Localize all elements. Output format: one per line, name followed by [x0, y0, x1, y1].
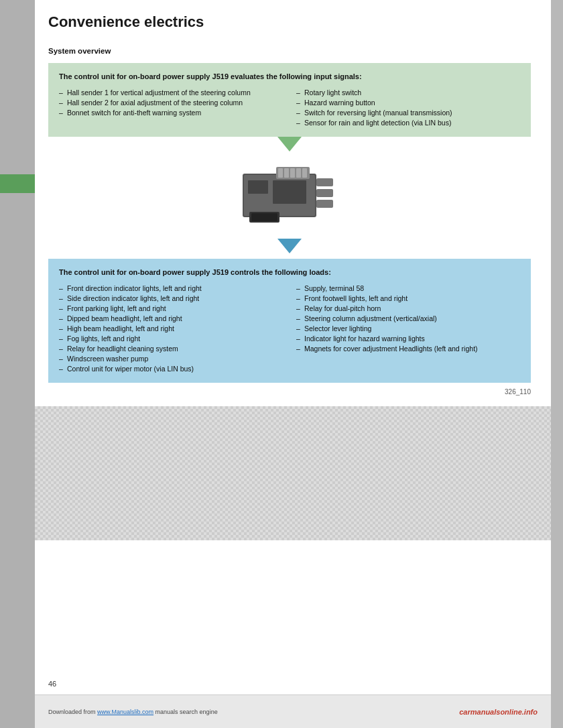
footer: Downloaded from www.Manualslib.com manua… [35, 694, 551, 728]
list-item: Rotary light switch [296, 87, 520, 97]
svg-rect-14 [273, 180, 306, 204]
svg-rect-6 [296, 168, 301, 178]
list-item: Relay for headlight cleaning system [59, 343, 283, 353]
green-accent-block [0, 174, 35, 193]
list-item: Supply, terminal 58 [296, 283, 520, 293]
list-item: Fog lights, left and right [59, 333, 283, 343]
list-item: Hall sender 2 for axial adjustment of th… [59, 97, 283, 107]
list-item: Side direction indicator lights, left an… [59, 293, 283, 303]
list-item: Hall sender 1 for vertical adjustment of… [59, 87, 283, 97]
list-item: Front parking light, left and right [59, 303, 283, 313]
list-item: Relay for dual-pitch horn [296, 303, 520, 313]
input-signals-box: The control unit for on-board power supp… [48, 63, 531, 137]
output-loads-title: The control unit for on-board power supp… [59, 268, 520, 276]
list-item: Indicator light for hazard warning light… [296, 333, 520, 343]
list-item: Sensor for rain and light detection (via… [296, 117, 520, 127]
output-loads-box: The control unit for on-board power supp… [48, 259, 531, 383]
list-item: Front footwell lights, left and right [296, 293, 520, 303]
svg-rect-3 [278, 168, 283, 178]
section-heading: System overview [48, 47, 531, 55]
svg-rect-8 [316, 178, 333, 186]
arrow-down-blue-icon [277, 239, 302, 253]
device-illustration [236, 164, 343, 232]
footer-prefix: Downloaded from [48, 709, 97, 715]
input-signals-title: The control unit for on-board power supp… [59, 72, 520, 80]
list-item: Hazard warning button [296, 97, 520, 107]
list-item: Front direction indicator lights, left a… [59, 283, 283, 293]
output-loads-left-list: Front direction indicator lights, left a… [59, 283, 283, 373]
svg-rect-5 [290, 168, 295, 178]
left-sidebar [0, 0, 35, 728]
input-signals-left-col: Hall sender 1 for vertical adjustment of… [59, 87, 283, 127]
page-content: Convenience electrics System overview Th… [35, 0, 551, 728]
list-item: Dipped beam headlight, left and right [59, 313, 283, 323]
ecu-module-svg [236, 164, 343, 231]
svg-rect-4 [284, 168, 289, 178]
svg-rect-10 [316, 200, 333, 208]
list-item: Selector lever lighting [296, 323, 520, 333]
list-item: Windscreen washer pump [59, 353, 283, 363]
input-signals-right-col: Rotary light switch Hazard warning butto… [296, 87, 520, 127]
output-loads-right-col: Supply, terminal 58 Front footwell light… [296, 283, 520, 373]
list-item: Control unit for wiper motor (via LIN bu… [59, 363, 283, 373]
footer-link[interactable]: www.Manualslib.com [97, 709, 153, 715]
output-loads-right-list: Supply, terminal 58 Front footwell light… [296, 283, 520, 353]
page-title: Convenience electrics [48, 13, 531, 34]
footer-text: Downloaded from www.Manualslib.com manua… [48, 709, 218, 715]
device-image-area [48, 157, 531, 239]
list-item: Magnets for cover adjustment Headlights … [296, 343, 520, 353]
output-loads-left-col: Front direction indicator lights, left a… [59, 283, 283, 373]
input-signals-left-list: Hall sender 1 for vertical adjustment of… [59, 87, 283, 117]
input-signals-right-list: Rotary light switch Hazard warning butto… [296, 87, 520, 127]
list-item: Bonnet switch for anti-theft warning sys… [59, 107, 283, 117]
arrow-connector-bottom [48, 239, 531, 259]
list-item: Steering column adjustment (vertical/axi… [296, 313, 520, 323]
right-sidebar [551, 0, 563, 728]
page-wrapper: Convenience electrics System overview Th… [0, 0, 563, 728]
footer-brand: carmanualsonline.info [459, 708, 538, 716]
figure-number: 326_110 [48, 388, 531, 396]
svg-rect-7 [302, 168, 307, 178]
list-item: High beam headlight, left and right [59, 323, 283, 333]
svg-rect-9 [316, 189, 333, 197]
page-number: 46 [48, 680, 56, 688]
svg-rect-13 [248, 180, 268, 194]
decorative-bg [35, 406, 551, 540]
arrow-connector-top [48, 137, 531, 157]
input-signals-list: Hall sender 1 for vertical adjustment of… [59, 87, 520, 127]
svg-rect-12 [251, 213, 277, 221]
footer-suffix: manuals search engine [153, 709, 218, 715]
list-item: Switch for reversing light (manual trans… [296, 107, 520, 117]
output-loads-list: Front direction indicator lights, left a… [59, 283, 520, 373]
arrow-down-green-icon [277, 137, 302, 151]
